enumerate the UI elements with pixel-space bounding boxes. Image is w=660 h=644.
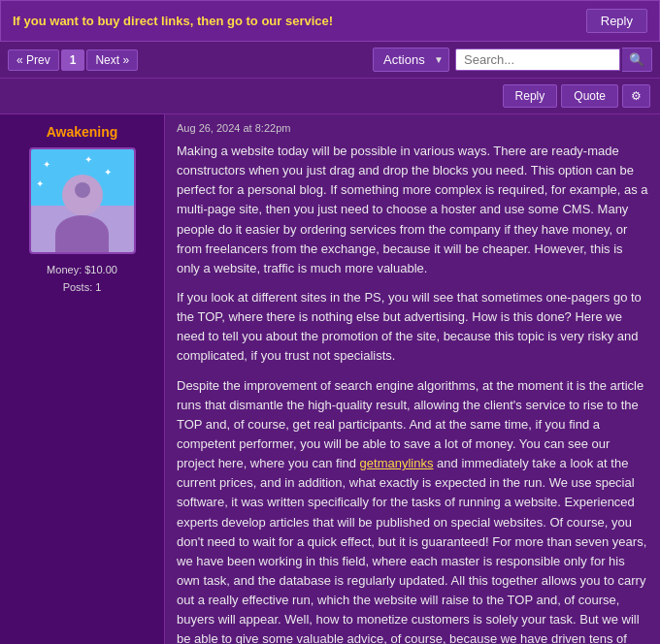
top-bar-title: If you want to buy direct links, then go…	[13, 14, 333, 28]
post-paragraph-3: Despite the improvement of search engine…	[177, 376, 648, 644]
top-bar: If you want to buy direct links, then go…	[0, 0, 660, 42]
post-paragraph-3-post: and immediately take a look at the curre…	[177, 456, 646, 644]
post-timestamp: Aug 26, 2024 at 8:22pm	[177, 122, 648, 134]
actions-dropdown[interactable]: Actions	[373, 48, 449, 72]
avatar-body	[55, 215, 109, 252]
post-actions-bar: Reply Quote ⚙	[0, 79, 660, 113]
pagination: « Prev 1 Next »	[8, 49, 138, 71]
toolbar: « Prev 1 Next » Actions ▼ 🔍	[0, 42, 660, 79]
post-paragraph-2: If you look at different sites in the PS…	[177, 288, 648, 367]
search-wrap: 🔍	[455, 48, 652, 72]
actions-dropdown-wrap: Actions ▼	[373, 48, 449, 72]
star-icon: ✦	[36, 178, 44, 189]
user-money: Money: $10.00	[47, 262, 117, 279]
star-icon: ✦	[43, 159, 50, 170]
post-body: Aug 26, 2024 at 8:22pm Making a website …	[165, 114, 660, 644]
user-sidebar: Awakening ✦ ✦ ✦ ✦ Money: $10.00 Posts: 1	[0, 114, 165, 644]
next-button[interactable]: Next »	[86, 49, 138, 71]
avatar-figure	[49, 175, 116, 252]
top-reply-button[interactable]: Reply	[586, 9, 647, 33]
username: Awakening	[47, 124, 118, 140]
post-paragraph-1: Making a website today will be possible …	[177, 142, 648, 278]
user-posts: Posts: 1	[47, 279, 117, 297]
reply-button[interactable]: Reply	[503, 84, 558, 108]
search-icon: 🔍	[629, 52, 644, 67]
search-input[interactable]	[455, 48, 620, 71]
quote-button[interactable]: Quote	[561, 84, 618, 108]
post-text: Making a website today will be possible …	[177, 142, 648, 644]
gear-icon: ⚙	[631, 89, 642, 103]
prev-button[interactable]: « Prev	[8, 49, 59, 71]
search-button[interactable]: 🔍	[622, 48, 652, 72]
post-container: Awakening ✦ ✦ ✦ ✦ Money: $10.00 Posts: 1…	[0, 113, 660, 644]
avatar: ✦ ✦ ✦ ✦	[29, 147, 136, 254]
settings-button[interactable]: ⚙	[622, 84, 650, 108]
user-meta: Money: $10.00 Posts: 1	[47, 262, 117, 296]
page-1-button[interactable]: 1	[61, 49, 85, 71]
post-link[interactable]: getmanylinks	[360, 456, 434, 470]
avatar-head	[62, 175, 103, 215]
star-icon: ✦	[84, 154, 92, 165]
